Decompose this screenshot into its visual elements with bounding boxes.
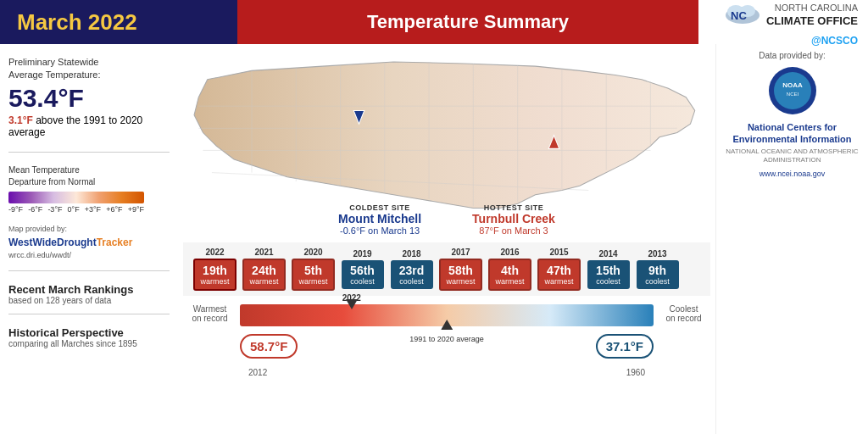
center-panel: COLDEST SITE Mount Mitchell -0.6°F on Ma… — [178, 44, 715, 434]
page-title: March 2022 — [17, 9, 137, 36]
noaa-logo-svg: NOAA NCEI — [767, 65, 818, 116]
rank-box-2015: 47th warmest — [537, 259, 580, 291]
legend-labels: -9°F -6°F -3°F 0°F +3°F +6°F +9°F — [8, 205, 144, 214]
hist-2022-arrow — [346, 298, 358, 313]
historical-bar-section: Warmest on record 2022 — [178, 299, 715, 330]
header-left: March 2022 — [0, 0, 237, 44]
nc-logo-icon: NC — [724, 0, 761, 33]
rank-box-2016: 4th warmest — [488, 259, 531, 291]
hist-warmest-year: 2012 — [248, 368, 267, 377]
divider2 — [8, 270, 170, 271]
rank-box-2014: 15th coolest — [587, 260, 630, 289]
logo-name: CLIMATE OFFICE — [766, 14, 858, 27]
left-panel: Preliminary Statewide Average Temperatur… — [0, 44, 178, 434]
noaa-logo-container: NOAA NCEI — [767, 65, 818, 116]
svg-marker-19 — [441, 320, 453, 330]
nc-map-container: COLDEST SITE Mount Mitchell -0.6°F on Ma… — [178, 44, 715, 239]
rankings-section: Recent March Rankings based on 128 years… — [8, 283, 170, 305]
header-center: Temperature Summary — [237, 0, 698, 44]
rank-2015: 2015 47th warmest — [536, 248, 582, 291]
data-source-label: Data provided by: — [759, 51, 825, 60]
rank-box-2017: 58th warmest — [439, 259, 481, 291]
header: March 2022 Temperature Summary NC NORTH … — [0, 0, 868, 44]
hottest-name: Turnbull Creek — [472, 212, 555, 225]
map-source: Map provided by: WestWideDroughtTracker … — [8, 224, 170, 262]
hist-warmest-temp: 58.7°F — [240, 334, 298, 359]
coldest-site-info: COLDEST SITE Mount Mitchell -0.6°F on Ma… — [338, 203, 421, 236]
coldest-name: Mount Mitchell — [338, 212, 421, 225]
hottest-site-info: HOTTEST SITE Turnbull Creek 87°F on Marc… — [472, 203, 555, 236]
rank-2018: 2018 23rd coolest — [388, 249, 435, 289]
wwdt-link-part2: Tracker — [97, 236, 133, 248]
rank-2017: 2017 58th warmest — [437, 248, 484, 291]
avg-temp-label: Preliminary Statewide Average Temperatur… — [8, 56, 170, 82]
hottest-temp: 87°F on March 3 — [472, 225, 555, 236]
rank-box-2019: 56th coolest — [342, 260, 384, 289]
hottest-type: HOTTEST SITE — [472, 203, 555, 212]
above-amount: 3.1°F — [8, 114, 33, 126]
noaa-org-name: National Centers forEnvironmental Inform… — [733, 121, 852, 146]
rankings-table: 2022 19th warmest 2021 24th warmest 2020 — [183, 242, 710, 296]
site-labels: COLDEST SITE Mount Mitchell -0.6°F on Ma… — [178, 203, 715, 239]
rank-box-2013: 9th coolest — [637, 260, 679, 289]
ncei-url: www.ncei.noaa.gov — [760, 170, 826, 178]
coldest-temp: -0.6°F on March 13 — [338, 225, 421, 236]
rank-2013: 2013 9th coolest — [634, 249, 681, 289]
wwdt-link-part1: WestWideDrought — [8, 236, 97, 248]
divider3 — [8, 314, 170, 314]
rank-box-2021: 24th warmest — [242, 259, 285, 291]
avg-temp-above: 3.1°F above the 1991 to 2020 average — [8, 114, 170, 138]
data-panel: Data provided by: NOAA NCEI National Cen… — [715, 44, 868, 434]
header-right: NC NORTH CAROLINA CLIMATE OFFICE @NCSCO — [698, 0, 868, 44]
avg-temp-section: Preliminary Statewide Average Temperatur… — [8, 51, 170, 143]
svg-text:NC: NC — [731, 9, 747, 22]
coolest-label: Coolest on record — [660, 304, 707, 323]
main-content: Preliminary Statewide Average Temperatur… — [0, 44, 868, 434]
hist-coolest-temp: 37.1°F — [596, 334, 654, 359]
coldest-type: COLDEST SITE — [338, 203, 421, 212]
svg-point-21 — [774, 72, 811, 109]
rank-box-2018: 23rd coolest — [391, 260, 433, 289]
historical-sub: comparing all Marches since 1895 — [8, 339, 170, 348]
rank-2020: 2020 5th warmest — [290, 248, 337, 291]
svg-text:NCEI: NCEI — [786, 92, 798, 97]
nc-logo-text: NORTH CAROLINA CLIMATE OFFICE — [766, 2, 858, 28]
historical-title: Historical Perspective — [8, 326, 170, 339]
page-subtitle: Temperature Summary — [367, 11, 569, 33]
rank-2016: 2016 4th warmest — [487, 248, 533, 291]
warmest-label: Warmest on record — [186, 304, 233, 323]
svg-text:NOAA: NOAA — [782, 81, 803, 89]
rank-2019: 2019 56th coolest — [339, 249, 386, 289]
rank-2022: 2022 19th warmest — [192, 248, 238, 291]
hist-normal-marker: 1991 to 2020 average — [409, 320, 484, 345]
noaa-sub: NATIONAL OCEANIC AND ATMOSPHERICADMINIST… — [726, 147, 858, 165]
legend-title: Mean Temperature Departure from Normal — [8, 164, 170, 188]
svg-marker-18 — [346, 299, 358, 309]
rankings-table-container: 2022 19th warmest 2021 24th warmest 2020 — [178, 239, 715, 299]
hist-bar-wrap: 2022 1991 to 2020 — [240, 304, 654, 326]
rank-box-2020: 5th warmest — [292, 259, 334, 291]
legend-bar — [8, 192, 144, 203]
avg-temp-value: 53.4°F — [8, 84, 170, 113]
rank-2014: 2014 15th coolest — [585, 249, 632, 289]
logo-org: NORTH CAROLINA — [766, 2, 858, 14]
hist-coolest-year: 1960 — [626, 368, 645, 377]
rankings-sub: based on 128 years of data — [8, 296, 170, 305]
legend-section: Mean Temperature Departure from Normal -… — [8, 164, 170, 214]
nc-logo: NC NORTH CAROLINA CLIMATE OFFICE — [724, 0, 858, 33]
historical-section: Historical Perspective comparing all Mar… — [8, 326, 170, 348]
rank-2021: 2021 24th warmest — [241, 248, 287, 291]
rank-box-2022: 19th warmest — [193, 259, 236, 291]
rankings-title: Recent March Rankings — [8, 283, 170, 296]
divider — [8, 152, 170, 153]
